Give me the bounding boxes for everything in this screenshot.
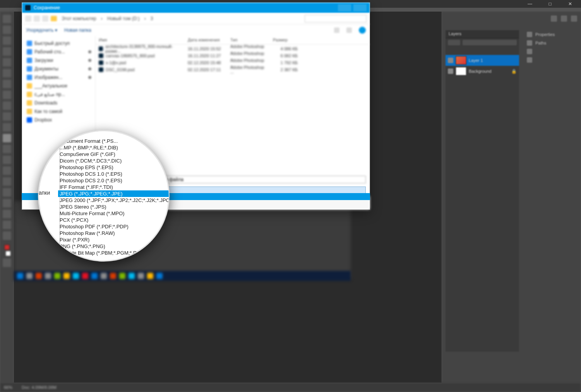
breadcrumb[interactable]: Этот компьютер: [59, 15, 99, 22]
eraser-tool-icon[interactable]: [3, 123, 11, 132]
filename-input[interactable]: [145, 176, 366, 183]
crop-tool-icon[interactable]: [3, 58, 11, 67]
nav-back-icon[interactable]: [25, 15, 31, 22]
filetype-option[interactable]: Photoshop EPS (*.EPS): [58, 164, 170, 171]
fold-icon: [27, 109, 32, 114]
screen-mode-icon[interactable]: [3, 258, 11, 267]
lasso-tool-icon[interactable]: [3, 36, 11, 45]
properties-icon: [527, 32, 532, 37]
shape-tool-icon[interactable]: [3, 199, 11, 207]
wand-tool-icon[interactable]: [3, 47, 11, 56]
file-list: architecture-3138875_800-полный-разме...…: [96, 45, 370, 73]
filetype-option[interactable]: Photoshop PDF (*.PDF;*.PDP): [58, 223, 170, 230]
type-tool-icon[interactable]: [3, 177, 11, 186]
sidebar-item[interactable]: Изображен...: [24, 73, 93, 82]
filetype-option[interactable]: JPEG (*.JPG;*.JPEG;*.JPE): [58, 190, 170, 197]
dialog-minimize-button[interactable]: [338, 4, 351, 11]
new-folder-button[interactable]: Новая папка: [64, 27, 91, 33]
sidebar-item[interactable]: сصنایع فی пр...: [24, 90, 93, 99]
zoom-tool-icon[interactable]: [3, 221, 11, 229]
eyedropper-tool-icon[interactable]: [3, 69, 11, 77]
address-bar[interactable]: Этот компьютер› Новый том (D:)› 3: [22, 13, 370, 24]
filetype-option[interactable]: Photoshop DCS 2.0 (*.EPS): [58, 177, 170, 184]
path-tool-icon[interactable]: [3, 188, 11, 197]
desk-icon: [27, 49, 32, 55]
marquee-tool-icon[interactable]: [3, 26, 11, 34]
psd-icon: [99, 53, 103, 58]
paths-panel-toggle[interactable]: Paths: [527, 39, 577, 47]
layers-tab[interactable]: Layers: [446, 30, 519, 38]
eye-icon[interactable]: [448, 68, 453, 74]
dialog-toolbar: Упорядочить ▾ Новая папка: [22, 24, 370, 36]
history-brush-tool-icon[interactable]: [3, 112, 11, 121]
layer-thumbnail: [456, 67, 466, 75]
gradient-tool-icon[interactable]: [3, 134, 11, 142]
filetype-option[interactable]: Multi-Picture Format (*.MPO): [58, 210, 170, 217]
sidebar-item[interactable]: ___Актуальное: [24, 82, 93, 90]
col-size[interactable]: Размер: [270, 36, 301, 44]
styles-icon: [527, 57, 532, 63]
filetype-option[interactable]: CompuServe GIF (*.GIF): [58, 151, 170, 157]
stamp-tool-icon[interactable]: [3, 101, 11, 110]
search-input[interactable]: [305, 15, 367, 22]
filetype-option[interactable]: JPEG 2000 (*.JPF;*.JPX;*.JP2;*.J2C;*.J2K…: [58, 197, 170, 204]
opacity-slider[interactable]: [463, 40, 517, 45]
col-type[interactable]: Тип: [227, 36, 270, 44]
col-name[interactable]: Имя: [96, 36, 185, 44]
filetype-option[interactable]: PCX (*.PCX): [58, 217, 170, 223]
sidebar-item[interactable]: Downloads: [24, 99, 93, 107]
move-tool-icon[interactable]: [3, 15, 11, 23]
filetype-option[interactable]: Dicom (*.DCM;*.DC3;*.DIC): [58, 157, 170, 164]
file-row[interactable]: DSC_0198.psd02.12.2020 17:11Adobe Photos…: [96, 66, 370, 73]
properties-panel-toggle[interactable]: Properties: [527, 30, 577, 39]
psd-icon: [99, 46, 103, 51]
filetype-option[interactable]: IFF Format (*.IFF;*.TDI): [58, 184, 170, 190]
filetype-option[interactable]: Photoshop Raw (*.RAW): [58, 230, 170, 236]
dodge-tool-icon[interactable]: [3, 156, 11, 164]
dialog-titlebar[interactable]: Сохранение: [22, 3, 370, 13]
sidebar-item[interactable]: Быстрый доступ: [24, 39, 93, 48]
styles-panel-toggle[interactable]: [527, 56, 577, 64]
blend-mode-select[interactable]: [448, 40, 460, 45]
adjustments-panel-toggle[interactable]: [527, 47, 577, 56]
breadcrumb[interactable]: Новый том (D:): [105, 15, 142, 22]
workspace-icon[interactable]: [561, 15, 567, 22]
window-maximize-button[interactable]: □: [543, 0, 557, 8]
help-icon[interactable]: [359, 27, 366, 34]
filetype-option[interactable]: JPEG Stereo (*.JPS): [58, 204, 170, 210]
nav-up-icon[interactable]: [42, 15, 48, 22]
sidebar-item[interactable]: Как то самой: [24, 107, 93, 116]
search-icon[interactable]: [551, 15, 557, 22]
breadcrumb[interactable]: 3: [148, 15, 156, 22]
foreground-color-swatch[interactable]: [4, 245, 10, 250]
hand-tool-icon[interactable]: [3, 210, 11, 218]
view-icons-icon[interactable]: [334, 27, 339, 33]
sidebar-item[interactable]: Документы: [24, 65, 93, 73]
sidebar-item[interactable]: Рабочий сто...: [24, 48, 93, 56]
sidebar-item[interactable]: Dropbox: [24, 116, 93, 124]
nav-forward-icon[interactable]: [34, 15, 40, 22]
sidebar-item[interactable]: Загрузки: [24, 56, 93, 65]
organize-menu[interactable]: Упорядочить ▾: [26, 27, 57, 33]
background-color-swatch[interactable]: [5, 251, 11, 256]
view-tiles-icon[interactable]: [346, 27, 352, 33]
sidebar-item-label: Dropbox: [34, 117, 52, 123]
share-icon[interactable]: [571, 15, 577, 22]
blur-tool-icon[interactable]: [3, 145, 11, 153]
layer-row-selected[interactable]: Layer 1: [446, 55, 519, 66]
edit-toolbar-icon[interactable]: [3, 231, 11, 240]
heal-tool-icon[interactable]: [3, 80, 11, 88]
column-headers[interactable]: Имя Дата изменения Тип Размер: [96, 36, 370, 45]
brush-tool-icon[interactable]: [3, 91, 11, 99]
window-minimize-button[interactable]: —: [523, 0, 537, 8]
down-icon: [27, 58, 32, 63]
filetype-option[interactable]: Photoshop DCS 1.0 (*.EPS): [58, 171, 170, 177]
dialog-close-button[interactable]: [353, 4, 367, 11]
layer-thumbnail: [456, 56, 466, 65]
folder-icon: [51, 16, 57, 21]
col-date[interactable]: Дата изменения: [185, 36, 227, 44]
window-close-button[interactable]: ✕: [563, 0, 577, 8]
layer-row-background[interactable]: Background 🔒: [446, 66, 519, 77]
pen-tool-icon[interactable]: [3, 166, 11, 175]
eye-icon[interactable]: [448, 58, 453, 63]
